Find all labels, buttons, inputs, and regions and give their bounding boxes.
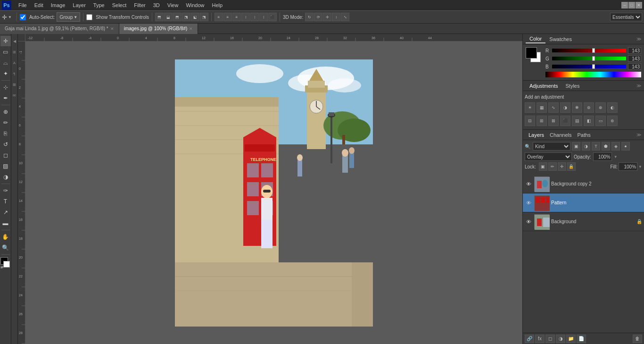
type-tool[interactable]: T [0, 196, 11, 207]
channels-tab[interactable]: Channels [547, 131, 574, 139]
fill-input[interactable]: 100% [619, 162, 637, 171]
r-slider[interactable] [552, 49, 626, 52]
zoom-tool[interactable]: 🔍 [0, 243, 11, 253]
menu-view[interactable]: View [164, 1, 182, 9]
layers-tab[interactable]: Layers [526, 131, 547, 139]
brush-settings-btn[interactable]: ⊞ [12, 47, 17, 57]
bw-adj-btn[interactable]: ◐ [607, 102, 618, 113]
stamp-tool[interactable]: ⎘ [0, 128, 11, 139]
minimize-button[interactable]: – [621, 2, 628, 8]
adj-collapse[interactable]: ≫ [636, 83, 641, 88]
r-slider-thumb[interactable] [592, 48, 595, 53]
workspace-select[interactable]: Essentials [610, 13, 642, 21]
g-slider[interactable] [552, 57, 626, 60]
notes-btn[interactable]: ✉ [12, 90, 17, 101]
paths-tab[interactable]: Paths [575, 131, 594, 139]
align-bottom-btn[interactable]: ⬒ [173, 13, 182, 21]
b-slider-thumb[interactable] [592, 64, 595, 69]
lock-position-btn[interactable]: ✛ [558, 162, 566, 171]
char-panel-btn[interactable]: A [12, 58, 17, 68]
align-vcenter-btn[interactable]: ⬓ [164, 13, 173, 21]
menu-file[interactable]: File [15, 1, 30, 9]
colorlookup-adj-btn[interactable]: ⊠ [548, 116, 559, 126]
layer-filter-smartobj-btn[interactable]: ◈ [611, 142, 620, 151]
panel-collapse-btn[interactable]: ◀ [12, 36, 17, 46]
dist-all-btn[interactable]: ⬛ [268, 13, 277, 21]
layer-eye-pattern[interactable]: 👁 [525, 199, 532, 207]
align-right-btn[interactable]: ⬔ [200, 13, 208, 21]
menu-image[interactable]: Image [48, 1, 69, 9]
menu-edit[interactable]: Edit [31, 1, 47, 9]
close-button[interactable]: ✕ [636, 2, 642, 8]
dist-left-btn[interactable]: ⫶ [241, 13, 250, 21]
dist-bottom-btn[interactable]: ≡ [232, 13, 241, 21]
g-slider-thumb[interactable] [592, 56, 595, 61]
vibrance-adj-btn[interactable]: ❋ [572, 102, 582, 113]
3d-pan-btn[interactable]: ✛ [323, 13, 331, 21]
menu-window[interactable]: Window [182, 1, 207, 9]
hsl-adj-btn[interactable]: ⊚ [584, 102, 594, 113]
brightness-adj-btn[interactable]: ☀ [525, 102, 535, 113]
maximize-button[interactable]: □ [628, 2, 635, 8]
hand-tool[interactable]: ✋ [0, 232, 11, 242]
fill-arrow[interactable]: ▼ [638, 165, 642, 169]
layer-effects-btn[interactable]: fx [535, 335, 545, 343]
exposure-adj-btn[interactable]: ◑ [560, 102, 570, 113]
gradient-tool[interactable]: ▨ [0, 161, 11, 171]
menu-help[interactable]: Help [209, 1, 226, 9]
levels-adj-btn[interactable]: ▦ [537, 102, 547, 113]
curves-adj-btn[interactable]: ∿ [548, 102, 559, 113]
swap-colors-btn[interactable]: ⇌ [0, 266, 3, 269]
auto-select-checkbox[interactable] [20, 14, 26, 20]
color-spectrum-bar[interactable] [545, 72, 641, 77]
lasso-tool[interactable]: ⌓ [0, 58, 11, 68]
dist-hcenter-btn[interactable]: ⫶ [250, 13, 259, 21]
align-hcenter-btn[interactable]: ⬕ [191, 13, 199, 21]
3d-roll-btn[interactable]: ⟳ [314, 13, 322, 21]
layer-filter-pixel-btn[interactable]: ▣ [572, 142, 580, 151]
menu-select[interactable]: Select [109, 1, 130, 9]
layer-eye-bg-copy2[interactable]: 👁 [525, 180, 532, 188]
menu-3d[interactable]: 3D [150, 1, 163, 9]
layer-item-pattern[interactable]: 👁 Pattern [523, 193, 644, 212]
marquee-tool[interactable]: ▭ [0, 47, 11, 57]
background-color[interactable] [3, 261, 10, 268]
healing-tool[interactable]: ⊕ [0, 107, 11, 117]
b-slider[interactable] [552, 65, 626, 68]
group-dropdown[interactable]: Group ▼ [57, 12, 80, 22]
posterize-adj-btn[interactable]: ▤ [572, 116, 582, 126]
3d-scale-btn[interactable]: ⤡ [341, 13, 349, 21]
history-brush-tool[interactable]: ↺ [0, 139, 11, 150]
dist-right-btn[interactable]: ⫶ [259, 13, 268, 21]
lock-pixels-btn[interactable]: ▣ [539, 162, 547, 171]
tab-0[interactable]: Gaja mai Linda 1.jpg @ 59,1% (Pattern, R… [0, 24, 119, 34]
3d-slide-btn[interactable]: ↕ [332, 13, 340, 21]
para-panel-btn[interactable]: ¶ [12, 68, 17, 79]
path-select-tool[interactable]: ↗ [0, 207, 11, 218]
3d-rotate-btn[interactable]: ↻ [305, 13, 314, 21]
adjustments-tab[interactable]: Adjustments [526, 82, 562, 90]
opacity-input[interactable]: 100% [593, 152, 612, 161]
layer-item-bg-copy2[interactable]: 👁 Background copy 2 [523, 175, 644, 193]
shape-tool[interactable]: ▬ [0, 218, 11, 228]
photofilter-adj-btn[interactable]: ⊟ [525, 116, 535, 126]
b-value-input[interactable]: 143 [628, 63, 641, 70]
canvas-image[interactable]: TELEPHONE [175, 59, 373, 327]
invert-adj-btn[interactable]: ⬛ [560, 116, 570, 126]
gradientmap-adj-btn[interactable]: ▭ [595, 116, 606, 126]
blend-mode-select[interactable]: Overlay [525, 152, 572, 161]
magic-wand-tool[interactable]: ✦ [0, 68, 11, 79]
menu-layer[interactable]: Layer [69, 1, 89, 9]
selectivecolor-adj-btn[interactable]: ⊛ [607, 116, 618, 126]
r-value-input[interactable]: 143 [628, 47, 641, 54]
new-fill-adj-btn[interactable]: ◑ [556, 335, 565, 343]
tab-1-close[interactable]: ✕ [189, 26, 193, 31]
swatches-tab[interactable]: Swatches [545, 35, 576, 43]
opacity-arrow[interactable]: ▼ [614, 155, 618, 159]
eraser-tool[interactable]: ◻ [0, 150, 11, 160]
align-top-btn[interactable]: ⬒ [155, 13, 164, 21]
layer-filter-adj-btn[interactable]: ◑ [582, 142, 590, 151]
lock-all-btn[interactable]: 🔒 [567, 162, 576, 171]
dist-top-btn[interactable]: ≡ [215, 13, 223, 21]
ruler-btn[interactable]: ⊠ [12, 79, 17, 90]
